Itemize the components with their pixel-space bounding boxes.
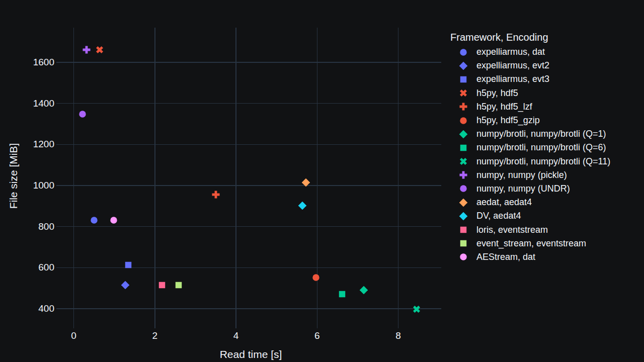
data-point-expelliarmus-evt3[interactable] xyxy=(124,261,132,269)
x-tick-label: 0 xyxy=(54,330,94,341)
legend-item-aestream-dat[interactable]: AEStream, dat xyxy=(449,250,610,264)
circle-marker-icon xyxy=(459,185,467,193)
y-gridline xyxy=(56,308,441,309)
legend-item-numpy-numpy-pickle[interactable]: numpy, numpy (pickle) xyxy=(449,168,610,182)
square-marker-icon xyxy=(459,144,467,152)
square-marker-icon xyxy=(338,290,346,298)
legend-item-numpy-numpy-undr[interactable]: numpy, numpy (UNDR) xyxy=(449,182,610,196)
diamond-marker-icon xyxy=(360,286,368,294)
data-point-h5py-hdf5-gzip[interactable] xyxy=(312,274,320,282)
y-gridline xyxy=(56,144,441,145)
square-marker-icon xyxy=(459,226,467,234)
circle-marker-icon xyxy=(459,116,467,125)
diamond-marker-icon xyxy=(459,61,467,70)
square-marker-icon xyxy=(459,239,467,247)
legend-item-numpy-brotli-numpy-brotli-q-1[interactable]: numpy/brotli, numpy/brotli (Q=1) xyxy=(449,127,610,141)
data-point-h5py-hdf5[interactable] xyxy=(96,46,104,54)
x-marker-icon xyxy=(413,305,421,313)
x-marker-icon xyxy=(459,89,467,97)
y-gridline xyxy=(56,267,441,268)
legend-item-numpy-brotli-numpy-brotli-q-6[interactable]: numpy/brotli, numpy/brotli (Q=6) xyxy=(449,141,610,154)
y-tick-label: 1600 xyxy=(0,57,54,68)
data-point-dv-aedat4[interactable] xyxy=(298,202,306,210)
x-tick-label: 4 xyxy=(216,330,256,341)
data-point-expelliarmus-evt2[interactable] xyxy=(121,281,129,289)
circle-marker-icon xyxy=(459,117,467,125)
data-point-numpy-numpy-pickle[interactable] xyxy=(83,46,91,54)
legend-item-h5py-hdf5-gzip[interactable]: h5py, hdf5_gzip xyxy=(449,114,610,127)
x-tick-label: 6 xyxy=(297,330,337,341)
circle-marker-icon xyxy=(78,110,87,118)
data-point-expelliarmus-dat[interactable] xyxy=(90,216,98,224)
x-axis-title: Read time [s] xyxy=(60,348,441,360)
legend-item-label: event_stream, eventstream xyxy=(476,238,586,249)
y-gridline xyxy=(56,185,441,186)
legend-item-label: numpy/brotli, numpy/brotli (Q=11) xyxy=(476,156,610,167)
legend-item-label: expelliarmus, dat xyxy=(476,47,545,57)
y-axis-title: File size [MiB] xyxy=(8,143,20,209)
circle-marker-icon xyxy=(110,216,118,224)
diamond-marker-icon xyxy=(459,198,467,207)
legend-item-loris-eventstream[interactable]: loris, eventstream xyxy=(449,223,610,236)
y-gridline xyxy=(56,103,441,104)
diamond-marker-icon xyxy=(298,202,306,210)
legend-item-numpy-brotli-numpy-brotli-q-11[interactable]: numpy/brotli, numpy/brotli (Q=11) xyxy=(449,155,610,168)
circle-marker-icon xyxy=(459,48,467,56)
y-tick-label: 400 xyxy=(0,303,54,314)
cross-marker-icon xyxy=(459,103,467,111)
x-marker-icon xyxy=(459,89,467,98)
legend-item-label: expelliarmus, evt2 xyxy=(476,60,549,71)
plot-area[interactable] xyxy=(60,28,441,324)
cross-marker-icon xyxy=(459,171,467,179)
x-gridline xyxy=(154,28,155,328)
legend-item-h5py-hdf5-lzf[interactable]: h5py, hdf5_lzf xyxy=(449,100,610,114)
legend-item-label: numpy, numpy (pickle) xyxy=(476,170,567,180)
cross-marker-icon xyxy=(459,171,467,179)
legend-item-label: numpy/brotli, numpy/brotli (Q=1) xyxy=(476,129,606,139)
square-marker-icon xyxy=(459,226,467,234)
legend-item-label: aedat, aedat4 xyxy=(476,197,532,208)
legend-item-label: h5py, hdf5_gzip xyxy=(476,115,540,126)
legend-title: Framework, Encoding xyxy=(449,31,610,44)
circle-marker-icon xyxy=(459,253,467,261)
legend-item-aedat-aedat4[interactable]: aedat, aedat4 xyxy=(449,196,610,209)
diamond-marker-icon xyxy=(459,212,467,220)
legend-item-event-stream-eventstream[interactable]: event_stream, eventstream xyxy=(449,237,610,250)
legend-item-expelliarmus-evt3[interactable]: expelliarmus, evt3 xyxy=(449,72,610,86)
x-gridline xyxy=(317,28,318,328)
x-marker-icon xyxy=(459,157,467,165)
diamond-marker-icon xyxy=(459,199,467,207)
data-point-numpy-brotli-numpy-brotli-q-11[interactable] xyxy=(413,305,421,313)
data-point-loris-eventstream[interactable] xyxy=(158,281,166,289)
y-gridline xyxy=(56,226,441,227)
circle-marker-icon xyxy=(459,253,467,261)
data-point-numpy-brotli-numpy-brotli-q-6[interactable] xyxy=(338,290,346,298)
data-point-aedat-aedat4[interactable] xyxy=(302,178,310,187)
x-gridline xyxy=(398,28,399,328)
data-point-event-stream-eventstream[interactable] xyxy=(175,281,183,289)
y-gridline xyxy=(56,62,441,63)
circle-marker-icon xyxy=(312,274,320,282)
x-tick-label: 2 xyxy=(135,330,175,341)
diamond-marker-icon xyxy=(459,130,467,138)
legend-item-expelliarmus-evt2[interactable]: expelliarmus, evt2 xyxy=(449,59,610,72)
data-point-aestream-dat[interactable] xyxy=(110,216,118,224)
legend-item-dv-aedat4[interactable]: DV, aedat4 xyxy=(449,209,610,223)
data-point-numpy-brotli-numpy-brotli-q-1[interactable] xyxy=(360,286,368,294)
x-marker-icon xyxy=(96,46,104,54)
legend-items: expelliarmus, datexpelliarmus, evt2expel… xyxy=(449,45,610,264)
square-marker-icon xyxy=(124,261,132,269)
legend-item-label: numpy/brotli, numpy/brotli (Q=6) xyxy=(476,142,606,153)
x-tick-label: 8 xyxy=(378,330,419,341)
cross-marker-icon xyxy=(83,46,91,54)
diamond-marker-icon xyxy=(459,62,467,70)
diamond-marker-icon xyxy=(121,281,129,289)
data-point-h5py-hdf5-lzf[interactable] xyxy=(212,191,220,199)
legend-item-expelliarmus-dat[interactable]: expelliarmus, dat xyxy=(449,45,610,59)
diamond-marker-icon xyxy=(302,178,310,187)
y-tick-label: 800 xyxy=(0,221,54,232)
data-point-numpy-numpy-undr[interactable] xyxy=(78,110,87,118)
square-marker-icon xyxy=(459,75,467,83)
x-gridline xyxy=(73,28,74,328)
legend-item-h5py-hdf5[interactable]: h5py, hdf5 xyxy=(449,86,610,100)
